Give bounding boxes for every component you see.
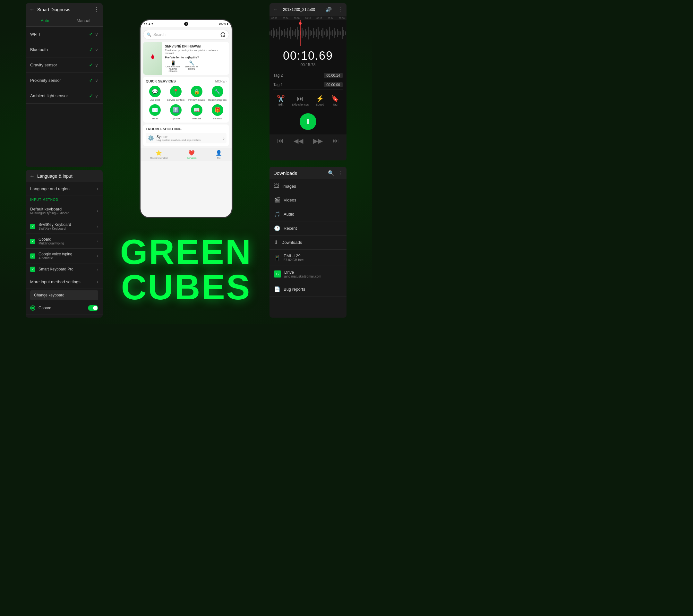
qs-manuals[interactable]: 📖 Manuals [187,104,206,120]
rewind-icon[interactable]: ◀◀ [294,137,303,145]
audio-volume-icon[interactable]: 🔊 [325,6,332,13]
tl-label-14: 00:14 [328,17,333,19]
tl-label-0: 00:00 [272,17,277,19]
smart-kb-row[interactable]: ✓ Smart Keyboard Pro › [26,263,103,275]
back-icon[interactable]: ← [29,7,35,13]
forward-icon[interactable]: ▶▶ [313,137,323,145]
manuals-icon: 📖 [191,104,202,116]
back-icon[interactable]: ← [29,173,35,179]
ctrl-edit[interactable]: ✂️ Edit [277,95,285,106]
svg-rect-46 [342,27,343,39]
nav-recommended[interactable]: ⭐ Recommended [150,150,167,159]
diag-items-list: Wi-Fi ✓ ∨ Bluetooth ✓ ∨ Gravity sensor ✓… [26,27,103,104]
dl-bug-reports[interactable]: 📄 Bug reports [270,282,346,296]
qs-email[interactable]: ✉️ Email [146,104,164,120]
ts-title: TROUBLESHOOTING [146,127,226,131]
smart-diag-header: ← Smart Diagnosis ⋮ [26,3,103,16]
dl-recent[interactable]: 🕐 Recent [270,221,346,236]
checkbox-swiftkey: ✓ [30,224,35,229]
qs-service-centers[interactable]: 📍 Service centers [166,86,185,102]
diag-item-gravity[interactable]: Gravity sensor ✓ ∨ [26,57,103,73]
default-keyboard-row[interactable]: Default keyboard Multilingual typing - G… [26,203,103,219]
tag-label: Tag [333,103,338,106]
svg-rect-19 [298,30,299,36]
next-icon[interactable]: ⏭ [333,137,339,145]
qs-repair-progress[interactable]: 🔧 Repair progress [208,86,226,102]
diag-item-ambient[interactable]: Ambient light sensor ✓ ∨ [26,88,103,104]
google-voice-row[interactable]: ✓ Google voice typing Automatic › [26,249,103,263]
diag-item-proximity[interactable]: Proximity sensor ✓ ∨ [26,73,103,88]
qs-benefits[interactable]: 🎁 Benefits [208,104,226,120]
svg-rect-38 [329,27,330,39]
checkbox-gvoice: ✓ [30,254,35,259]
ctrl-speed[interactable]: ⚡ Speed [316,95,324,106]
play-pause-button[interactable]: ⏸ [300,113,316,130]
ctrl-skip[interactable]: ⏭ Skip silences [292,95,309,106]
search-icon[interactable]: 🔍 [328,170,334,176]
qs-privacy-issues[interactable]: 🔒 Privacy issues [187,86,206,102]
tag1-time: 00:00:06 [324,82,343,87]
check-icon: ✓ [89,62,93,68]
qs-update[interactable]: ⬆️ Update [166,104,185,120]
downloads-title: Downloads [273,171,328,176]
ctrl-tag[interactable]: 🔖 Tag [331,95,339,106]
audio-filename: 20181230_212530 [283,7,323,12]
dl-images[interactable]: 🖼 Images [270,179,346,193]
language-region-row[interactable]: Language and region › [26,182,103,195]
audio-menu-icon[interactable]: ⋮ [338,6,343,13]
audio-back-icon[interactable]: ← [273,7,278,12]
more-icon[interactable]: ⋮ [338,170,343,176]
tl-label-10: 00:10 [305,17,311,19]
tag2-row: Tag 2 00:00:14 [273,71,343,80]
headset-icon: 🎧 [220,32,225,37]
lang-title: Language & input [37,174,99,179]
qs-more[interactable]: MORE › [215,80,226,83]
audio-time-display: 00:10.69 00:15.78 [270,46,346,68]
chevron-icon: ∨ [95,47,98,52]
more-settings-row[interactable]: More input method settings › [26,275,103,289]
diag-item-bluetooth[interactable]: Bluetooth ✓ ∨ [26,42,103,57]
svg-rect-1 [270,32,271,35]
nav-recommended-label: Recommended [150,157,167,159]
dl-audio[interactable]: 🎵 Audio [270,207,346,221]
nav-services[interactable]: ❤️ Services [187,150,197,159]
swiftkey-row[interactable]: ✓ SwiftKey Keyboard SwiftKey Keyboard › [26,219,103,234]
svg-rect-25 [308,27,309,39]
diag-item-wifi[interactable]: Wi-Fi ✓ ∨ [26,27,103,42]
phone-search-bar[interactable]: 🔍 Search 🎧 [143,30,229,39]
dl-drive[interactable]: G Drive jano.matuska@gmail.com [270,266,346,282]
svg-rect-47 [343,30,344,36]
menu-icon[interactable]: ⋮ [94,6,99,13]
radio-smartkb[interactable]: Smart Keyboard Pro [26,314,103,318]
audio-waveform[interactable] [270,20,346,46]
svg-rect-35 [324,32,325,35]
repair-progress-label: Repair progress [208,99,226,102]
more-settings-label: More input method settings [30,279,81,284]
ts-system-row[interactable]: ⚙️ System Lag, system crashes, and app c… [146,133,226,143]
recent-icon: 🕐 [274,225,280,231]
dl-downloads[interactable]: ⬇ Downloads [270,236,346,250]
qs-live-chat[interactable]: 💬 Live chat [146,86,164,102]
tl-label-8: 00:08 [294,17,300,19]
nav-me[interactable]: 👤 Me [216,150,222,159]
prev-icon[interactable]: ⏮ [277,137,284,145]
time-main: 00:10.69 [270,49,346,63]
tab-auto[interactable]: Auto [26,16,64,26]
toggle-gboard[interactable] [88,305,98,311]
troubleshoot-section: TROUBLESHOOTING ⚙️ System Lag, system cr… [143,124,229,146]
radio-gboard[interactable]: Gboard [26,302,103,314]
svg-rect-22 [303,31,304,36]
dl-videos[interactable]: 🎬 Videos [270,193,346,207]
diag-gravity-label: Gravity sensor [30,63,57,67]
bug-reports-label: Bug reports [284,287,305,292]
audio-player-panel: ← 20181230_212530 🔊 ⋮ 00:00 00:04 00:08 … [270,3,346,160]
gboard-row[interactable]: ✓ Gboard Multilingual typing › [26,234,103,249]
tab-manual[interactable]: Manual [64,16,103,26]
check-icon: ✓ [89,93,93,99]
nav-services-label: Services [187,157,197,159]
banner-item1: 📱 Ochranná fólia na dlhej zádarmo [165,60,181,72]
dl-device[interactable]: 📱 EML-L29 57.82 GB free [270,250,346,266]
change-keyboard-btn[interactable]: Change keyboard [30,290,98,300]
svg-rect-32 [319,32,320,35]
svg-rect-13 [289,31,290,36]
